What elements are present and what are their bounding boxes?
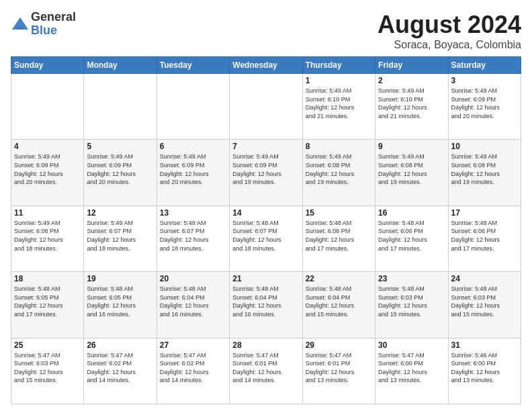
calendar-cell: 28Sunrise: 5:47 AM Sunset: 6:01 PM Dayli…: [230, 338, 302, 404]
day-number: 27: [160, 340, 226, 350]
cell-info: Sunrise: 5:49 AM Sunset: 6:09 PM Dayligh…: [14, 152, 81, 186]
calendar-cell: 15Sunrise: 5:48 AM Sunset: 6:06 PM Dayli…: [302, 205, 375, 271]
cell-info: Sunrise: 5:48 AM Sunset: 6:07 PM Dayligh…: [232, 219, 299, 253]
cell-info: Sunrise: 5:49 AM Sunset: 6:07 PM Dayligh…: [160, 219, 226, 253]
day-number: 3: [451, 76, 518, 85]
title-location: Soraca, Boyaca, Colombia: [378, 39, 521, 51]
calendar-cell: 6Sunrise: 5:49 AM Sunset: 6:09 PM Daylig…: [157, 140, 229, 205]
cell-info: Sunrise: 5:48 AM Sunset: 6:04 PM Dayligh…: [306, 285, 372, 318]
calendar-cell: 22Sunrise: 5:48 AM Sunset: 6:04 PM Dayli…: [302, 272, 375, 338]
logo-blue: Blue: [31, 24, 76, 38]
day-of-week-header: Wednesday: [230, 57, 302, 74]
calendar-cell: [11, 74, 84, 140]
cell-info: Sunrise: 5:49 AM Sunset: 6:10 PM Dayligh…: [378, 87, 445, 120]
calendar-week-row: 1Sunrise: 5:49 AM Sunset: 6:10 PM Daylig…: [11, 74, 521, 140]
logo-icon: [11, 15, 30, 34]
logo-general: General: [31, 11, 76, 24]
calendar-cell: [157, 74, 229, 140]
day-of-week-header: Tuesday: [157, 57, 229, 74]
calendar-cell: 24Sunrise: 5:48 AM Sunset: 6:03 PM Dayli…: [448, 272, 521, 338]
calendar-cell: 27Sunrise: 5:47 AM Sunset: 6:02 PM Dayli…: [157, 338, 229, 404]
title-section: August 2024 Soraca, Boyaca, Colombia: [378, 11, 521, 51]
cell-info: Sunrise: 5:49 AM Sunset: 6:10 PM Dayligh…: [306, 87, 372, 120]
cell-info: Sunrise: 5:47 AM Sunset: 6:02 PM Dayligh…: [160, 351, 226, 385]
day-number: 26: [87, 340, 153, 350]
cell-info: Sunrise: 5:49 AM Sunset: 6:09 PM Dayligh…: [232, 152, 299, 186]
cell-info: Sunrise: 5:47 AM Sunset: 6:01 PM Dayligh…: [232, 351, 299, 385]
calendar-cell: 7Sunrise: 5:49 AM Sunset: 6:09 PM Daylig…: [230, 140, 302, 205]
day-of-week-header: Sunday: [11, 57, 84, 74]
cell-info: Sunrise: 5:48 AM Sunset: 6:05 PM Dayligh…: [14, 285, 81, 318]
calendar-cell: 19Sunrise: 5:48 AM Sunset: 6:05 PM Dayli…: [84, 272, 157, 338]
logo: General Blue: [11, 11, 76, 38]
day-number: 10: [451, 142, 518, 151]
day-number: 12: [87, 208, 153, 218]
cell-info: Sunrise: 5:48 AM Sunset: 6:03 PM Dayligh…: [378, 285, 445, 318]
calendar-cell: 16Sunrise: 5:48 AM Sunset: 6:06 PM Dayli…: [375, 205, 448, 271]
cell-info: Sunrise: 5:49 AM Sunset: 6:09 PM Dayligh…: [160, 152, 226, 186]
day-number: 14: [232, 208, 299, 218]
calendar-cell: 26Sunrise: 5:47 AM Sunset: 6:02 PM Dayli…: [84, 338, 157, 404]
day-number: 1: [306, 76, 372, 85]
calendar-cell: [230, 74, 302, 140]
calendar-cell: 20Sunrise: 5:48 AM Sunset: 6:04 PM Dayli…: [157, 272, 229, 338]
day-of-week-header: Monday: [84, 57, 157, 74]
day-of-week-header: Thursday: [302, 57, 375, 74]
cell-info: Sunrise: 5:48 AM Sunset: 6:06 PM Dayligh…: [451, 219, 518, 253]
day-number: 4: [14, 142, 81, 151]
calendar-cell: [84, 74, 157, 140]
calendar-cell: 14Sunrise: 5:48 AM Sunset: 6:07 PM Dayli…: [230, 205, 302, 271]
day-number: 11: [14, 208, 81, 218]
logo-text: General Blue: [31, 11, 76, 38]
calendar-cell: 30Sunrise: 5:47 AM Sunset: 6:00 PM Dayli…: [375, 338, 448, 404]
calendar-week-row: 25Sunrise: 5:47 AM Sunset: 6:03 PM Dayli…: [11, 338, 521, 404]
cell-info: Sunrise: 5:47 AM Sunset: 6:01 PM Dayligh…: [306, 351, 372, 385]
calendar-week-row: 4Sunrise: 5:49 AM Sunset: 6:09 PM Daylig…: [11, 140, 521, 205]
calendar-cell: 13Sunrise: 5:49 AM Sunset: 6:07 PM Dayli…: [157, 205, 229, 271]
day-number: 2: [378, 76, 445, 85]
cell-info: Sunrise: 5:48 AM Sunset: 6:04 PM Dayligh…: [232, 285, 299, 318]
header: General Blue August 2024 Soraca, Boyaca,…: [11, 11, 521, 51]
day-number: 22: [306, 274, 372, 283]
calendar-cell: 17Sunrise: 5:48 AM Sunset: 6:06 PM Dayli…: [448, 205, 521, 271]
calendar-cell: 8Sunrise: 5:49 AM Sunset: 6:08 PM Daylig…: [302, 140, 375, 205]
calendar-cell: 23Sunrise: 5:48 AM Sunset: 6:03 PM Dayli…: [375, 272, 448, 338]
day-of-week-header: Saturday: [448, 57, 521, 74]
day-number: 23: [378, 274, 445, 283]
calendar-header-row: SundayMondayTuesdayWednesdayThursdayFrid…: [11, 57, 521, 74]
calendar-cell: 3Sunrise: 5:49 AM Sunset: 6:09 PM Daylig…: [448, 74, 521, 140]
cell-info: Sunrise: 5:49 AM Sunset: 6:09 PM Dayligh…: [87, 152, 153, 186]
calendar-cell: 29Sunrise: 5:47 AM Sunset: 6:01 PM Dayli…: [302, 338, 375, 404]
calendar-cell: 21Sunrise: 5:48 AM Sunset: 6:04 PM Dayli…: [230, 272, 302, 338]
calendar-page: General Blue August 2024 Soraca, Boyaca,…: [0, 0, 532, 411]
cell-info: Sunrise: 5:49 AM Sunset: 6:08 PM Dayligh…: [14, 219, 81, 253]
cell-info: Sunrise: 5:49 AM Sunset: 6:08 PM Dayligh…: [451, 152, 518, 186]
day-number: 31: [451, 340, 518, 350]
calendar-cell: 10Sunrise: 5:49 AM Sunset: 6:08 PM Dayli…: [448, 140, 521, 205]
day-of-week-header: Friday: [375, 57, 448, 74]
day-number: 30: [378, 340, 445, 350]
day-number: 16: [378, 208, 445, 218]
day-number: 19: [87, 274, 153, 283]
cell-info: Sunrise: 5:47 AM Sunset: 6:03 PM Dayligh…: [14, 351, 81, 385]
day-number: 8: [306, 142, 372, 151]
cell-info: Sunrise: 5:48 AM Sunset: 6:06 PM Dayligh…: [378, 219, 445, 253]
cell-info: Sunrise: 5:49 AM Sunset: 6:08 PM Dayligh…: [306, 152, 372, 186]
day-number: 15: [306, 208, 372, 218]
calendar-week-row: 18Sunrise: 5:48 AM Sunset: 6:05 PM Dayli…: [11, 272, 521, 338]
calendar-cell: 5Sunrise: 5:49 AM Sunset: 6:09 PM Daylig…: [84, 140, 157, 205]
cell-info: Sunrise: 5:48 AM Sunset: 6:05 PM Dayligh…: [87, 285, 153, 318]
day-number: 5: [87, 142, 153, 151]
cell-info: Sunrise: 5:48 AM Sunset: 6:06 PM Dayligh…: [306, 219, 372, 253]
calendar-cell: 9Sunrise: 5:49 AM Sunset: 6:08 PM Daylig…: [375, 140, 448, 205]
day-number: 13: [160, 208, 226, 218]
cell-info: Sunrise: 5:49 AM Sunset: 6:07 PM Dayligh…: [87, 219, 153, 253]
day-number: 18: [14, 274, 81, 283]
day-number: 28: [232, 340, 299, 350]
day-number: 24: [451, 274, 518, 283]
cell-info: Sunrise: 5:48 AM Sunset: 6:03 PM Dayligh…: [451, 285, 518, 318]
calendar-cell: 2Sunrise: 5:49 AM Sunset: 6:10 PM Daylig…: [375, 74, 448, 140]
title-month: August 2024: [378, 11, 521, 39]
cell-info: Sunrise: 5:49 AM Sunset: 6:08 PM Dayligh…: [378, 152, 445, 186]
calendar-cell: 4Sunrise: 5:49 AM Sunset: 6:09 PM Daylig…: [11, 140, 84, 205]
